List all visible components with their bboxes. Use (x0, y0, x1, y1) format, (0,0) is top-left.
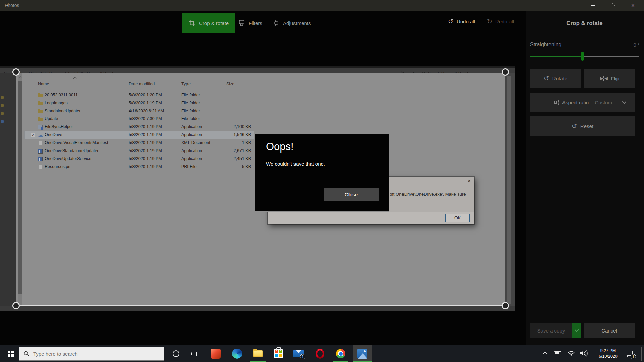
save-options-button[interactable] (572, 323, 581, 338)
clock-date: 6/10/2020 (594, 354, 623, 359)
ok-button[interactable]: OK (445, 214, 470, 222)
action-center-badge: 1 (631, 354, 636, 359)
cortana-icon (173, 350, 179, 357)
oops-message: We couldn't save that one. (266, 161, 325, 167)
crop-handle-bottom-right[interactable] (502, 302, 509, 309)
edge-icon (232, 349, 242, 359)
oops-title: Oops! (266, 141, 294, 153)
straightening-slider[interactable] (530, 55, 639, 57)
rotate-icon: ↺ (544, 75, 549, 82)
task-view-button[interactable] (186, 345, 201, 362)
flip-button[interactable]: ▶◀ Flip (584, 69, 635, 88)
photos-button-icon-wrap[interactable] (355, 345, 370, 362)
tab-crop-rotate[interactable]: Crop & rotate (182, 13, 235, 33)
adjustments-icon (272, 20, 279, 26)
taskbar: 1 9:27 PM 6/10/2020 1 (0, 345, 644, 362)
mail-badge: 1 (300, 354, 305, 359)
search-icon (24, 351, 29, 356)
crop-handle-bottom-left[interactable] (12, 302, 20, 309)
office-button[interactable] (208, 345, 223, 362)
title-bar: Photos ← × (0, 0, 644, 11)
dialog-close-icon[interactable]: × (468, 178, 471, 184)
show-desktop-button[interactable] (641, 347, 642, 361)
crop-handle-top-right[interactable] (502, 68, 509, 76)
wifi-icon[interactable] (568, 350, 575, 357)
office-icon (211, 349, 221, 359)
search-input[interactable] (33, 351, 134, 357)
dialog-message: oft OneDrive\OneDrive.exe'. Make sure (390, 192, 466, 197)
cropped-bottom-strip (0, 306, 515, 311)
photos-icon (357, 349, 367, 359)
undo-all-button[interactable]: ↺ Undo all (448, 13, 475, 29)
list-scrollbar (507, 76, 511, 304)
oops-close-button[interactable]: Close (324, 188, 379, 201)
volume-icon[interactable] (580, 350, 588, 357)
explorer-ribbon-strip (0, 66, 515, 68)
crop-handle-top-left[interactable] (12, 68, 20, 76)
aspect-ratio-button[interactable]: Aspect ratio : Custom (530, 93, 635, 112)
windows-logo-icon (8, 351, 14, 357)
taskbar-clock[interactable]: 9:27 PM 6/10/2020 (594, 348, 623, 359)
minimize-button[interactable] (583, 0, 603, 11)
file-explorer-icon (253, 350, 263, 357)
oops-dialog: Oops! We couldn't save that one. Close (255, 134, 389, 212)
flip-icon: ▶◀ (600, 76, 607, 81)
reset-button[interactable]: ↺ Reset (530, 116, 635, 136)
tab-adjustments[interactable]: Adjustments (272, 13, 311, 33)
filters-icon (239, 20, 245, 26)
crop-rotate-panel: Crop & rotate Straightening 0 ° ↺ Rotate… (526, 11, 644, 345)
reset-icon: ↺ (572, 122, 577, 130)
store-icon (274, 349, 283, 358)
close-button[interactable]: × (623, 0, 643, 11)
crop-icon (189, 20, 195, 26)
file-explorer-button[interactable] (251, 345, 265, 362)
cropped-left-strip (0, 73, 16, 311)
rotate-button[interactable]: ↺ Rotate (530, 69, 581, 88)
edge-button[interactable] (230, 345, 245, 362)
opera-icon (316, 349, 324, 359)
straightening-value: 0 ° (530, 42, 640, 48)
restore-button[interactable] (603, 0, 623, 11)
clock-time: 9:27 PM (594, 348, 623, 354)
back-icon[interactable]: ← (6, 1, 12, 9)
chrome-icon (336, 349, 345, 358)
battery-icon[interactable] (554, 351, 561, 355)
chevron-down-icon (622, 100, 626, 104)
cortana-button[interactable] (169, 345, 183, 362)
store-button[interactable] (271, 345, 286, 362)
slider-thumb[interactable] (581, 52, 584, 61)
redo-all-button[interactable]: ↻ Redo all (487, 13, 514, 29)
cancel-button[interactable]: Cancel (584, 323, 635, 338)
undo-icon: ↺ (448, 18, 453, 25)
save-a-copy-button[interactable]: Save a copy (530, 323, 572, 338)
opera-button[interactable] (313, 345, 327, 362)
task-view-icon (192, 352, 197, 356)
start-button[interactable] (3, 345, 18, 362)
aspect-ratio-value: Custom (595, 100, 612, 105)
redo-icon: ↻ (487, 18, 492, 25)
chrome-button[interactable] (333, 345, 348, 362)
tray-chevron-up-icon[interactable] (543, 351, 547, 356)
mail-button[interactable]: 1 (291, 345, 306, 362)
panel-title: Crop & rotate (530, 20, 639, 27)
screen: Photos ← × Crop & rotate Filters Adjustm… (0, 0, 644, 362)
taskbar-search[interactable] (19, 347, 164, 361)
chevron-down-icon (575, 328, 579, 332)
aspect-ratio-icon (553, 100, 559, 105)
tab-filters[interactable]: Filters (239, 13, 262, 33)
